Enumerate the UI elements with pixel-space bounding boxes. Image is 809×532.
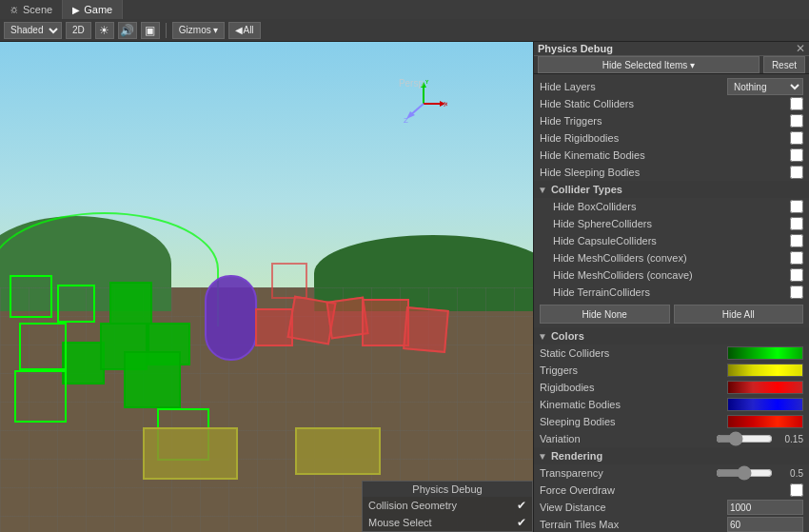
hide-triggers-checkbox[interactable]: [790, 114, 803, 128]
collider-types-title: Collider Types: [551, 184, 622, 195]
hide-static-checkbox[interactable]: [790, 97, 803, 110]
collision-geometry-row: Collision Geometry ✔: [363, 497, 532, 514]
force-overdraw-label: Force Overdraw: [540, 484, 790, 496]
transparency-slider[interactable]: [716, 467, 773, 479]
static-color-swatch[interactable]: [727, 346, 803, 360]
green-cube-wire-1: [19, 323, 67, 370]
red-box-4: [362, 299, 409, 346]
hide-mesh-concave-label: Hide MeshColliders (concave): [553, 269, 790, 281]
2d-button[interactable]: 2D: [66, 22, 91, 39]
terrain-tiles-label: Terrain Tiles Max: [540, 519, 727, 530]
terrain-tiles-row: Terrain Tiles Max: [534, 516, 809, 532]
hide-box-label: Hide BoxColliders: [553, 201, 790, 212]
game-icon: ▶: [72, 5, 80, 15]
display-icon-btn[interactable]: ▣: [141, 22, 160, 39]
hide-none-btn[interactable]: Hide None: [540, 305, 670, 324]
scene-canvas: Y X Z Persp Physics Debug Collision Geom…: [0, 42, 533, 532]
transparency-label: Transparency: [540, 467, 672, 479]
hide-kinematic-checkbox[interactable]: [790, 148, 803, 162]
force-overdraw-row: Force Overdraw: [534, 482, 809, 499]
rendering-title: Rendering: [551, 450, 602, 462]
transparency-row: Transparency 0.5: [534, 464, 809, 482]
tab-scene[interactable]: ⛭ Scene: [0, 0, 63, 19]
terrain-tiles-input[interactable]: [727, 517, 803, 532]
collision-geometry-check[interactable]: ✔: [517, 499, 526, 512]
hide-box-checkbox[interactable]: [790, 200, 803, 213]
purple-capsule: [205, 275, 257, 361]
reset-btn[interactable]: Reset: [763, 56, 805, 73]
scene-viewport[interactable]: Y X Z Persp Physics Debug Collision Geom…: [0, 42, 533, 532]
hide-terrain-label: Hide TerrainColliders: [553, 286, 790, 298]
panel-title: Physics Debug: [538, 43, 613, 54]
transparency-slider-container: 0.5: [672, 467, 804, 479]
tab-game[interactable]: ▶ Game: [63, 0, 123, 19]
hide-sphere-label: Hide SphereColliders: [553, 218, 790, 229]
variation-value: 0.15: [777, 434, 803, 444]
red-box-wire-1: [271, 263, 307, 299]
rigidbodies-color-swatch[interactable]: [727, 381, 803, 394]
toolbar-separator: [166, 23, 167, 38]
hide-layers-row: Hide Layers Nothing: [534, 78, 809, 95]
hide-selected-btn[interactable]: Hide Selected Items ▾: [538, 56, 760, 73]
rendering-section[interactable]: ▼ Rendering: [534, 447, 809, 464]
variation-slider-container: 0.15: [672, 433, 804, 444]
panel-toolbar: Hide Selected Items ▾ Reset: [534, 56, 809, 74]
hide-capsule-checkbox[interactable]: [790, 234, 803, 247]
hide-kinematic-label: Hide Kinematic Bodies: [540, 149, 790, 161]
collision-geometry-label: Collision Geometry: [368, 500, 457, 511]
hide-terrain-checkbox[interactable]: [790, 286, 803, 299]
variation-slider[interactable]: [716, 433, 773, 444]
hide-sleeping-checkbox[interactable]: [790, 166, 803, 179]
panel-content: Hide Layers Nothing Hide Static Collider…: [534, 74, 809, 532]
green-cube-1: [62, 342, 105, 384]
perspective-label: Persp: [399, 78, 424, 89]
kinematic-color-swatch[interactable]: [727, 398, 803, 411]
variation-label: Variation: [540, 433, 672, 444]
hide-sphere-row: Hide SphereColliders: [534, 215, 809, 232]
gizmos-btn[interactable]: Gizmos ▾: [172, 22, 226, 39]
green-cube-5: [124, 351, 181, 408]
hide-all-btn[interactable]: Hide All: [674, 305, 804, 324]
red-box-1: [255, 308, 293, 346]
rendering-arrow: ▼: [538, 451, 547, 462]
hide-rigidbodies-checkbox[interactable]: [790, 131, 803, 145]
green-cube-wire-3: [57, 285, 95, 323]
hide-static-label: Hide Static Colliders: [540, 98, 790, 109]
view-distance-label: View Distance: [540, 502, 727, 513]
rigidbodies-color-row: Rigidbodies: [534, 379, 809, 396]
green-cube-wire-2: [10, 275, 52, 318]
olive-box-2: [295, 427, 381, 475]
hide-mesh-convex-label: Hide MeshColliders (convex): [553, 252, 790, 264]
hide-mesh-concave-checkbox[interactable]: [790, 268, 803, 282]
panel-close-button[interactable]: ✕: [796, 42, 805, 55]
sun-icon-btn[interactable]: ☀: [95, 22, 114, 39]
kinematic-color-label: Kinematic Bodies: [540, 399, 727, 410]
shading-select[interactable]: Shaded: [4, 22, 62, 39]
audio-icon-btn[interactable]: 🔊: [118, 22, 137, 39]
force-overdraw-checkbox[interactable]: [790, 483, 803, 497]
colors-title: Colors: [551, 330, 584, 342]
hide-layers-select[interactable]: Nothing: [727, 78, 803, 95]
hide-capsule-row: Hide CapsuleColliders: [534, 232, 809, 249]
view-distance-input[interactable]: [727, 500, 803, 515]
all-btn[interactable]: ◀All: [228, 22, 260, 39]
hide-mesh-convex-checkbox[interactable]: [790, 251, 803, 265]
svg-text:X: X: [444, 100, 447, 108]
main-toolbar: Shaded 2D ☀ 🔊 ▣ Gizmos ▾ ◀All: [0, 19, 809, 42]
hide-static-row: Hide Static Colliders: [534, 95, 809, 112]
hide-triggers-row: Hide Triggers: [534, 112, 809, 129]
scene-icon: ⛭: [10, 5, 19, 15]
colors-arrow: ▼: [538, 331, 547, 342]
colors-section[interactable]: ▼ Colors: [534, 327, 809, 345]
sleeping-color-swatch[interactable]: [727, 415, 803, 428]
triggers-color-swatch[interactable]: [727, 364, 803, 377]
hide-sphere-checkbox[interactable]: [790, 217, 803, 230]
mouse-select-check[interactable]: ✔: [517, 516, 526, 529]
static-color-label: Static Colliders: [540, 347, 727, 359]
triggers-color-row: Triggers: [534, 362, 809, 379]
physics-debug-panel: Physics Debug ✕ Hide Selected Items ▾ Re…: [533, 42, 809, 532]
hide-sleeping-row: Hide Sleeping Bodies: [534, 164, 809, 181]
green-cube-4: [109, 282, 152, 325]
collider-types-section[interactable]: ▼ Collider Types: [534, 181, 809, 198]
hide-layers-label: Hide Layers: [540, 81, 727, 92]
